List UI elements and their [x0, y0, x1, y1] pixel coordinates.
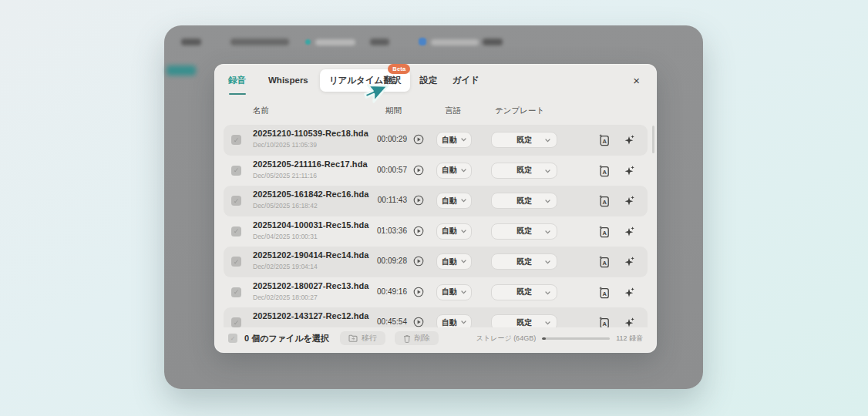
template-dropdown[interactable]: 既定	[491, 284, 557, 300]
row-checkbox[interactable]: ✓	[231, 196, 241, 206]
blurred-teal-dot	[305, 39, 311, 45]
transcript-document-icon[interactable]: A	[598, 316, 611, 327]
recording-filename: 20251210-110539-Rec18.hda	[253, 129, 368, 138]
dialog-footer: ✓ 0 個のファイルを選択 移行 削除 ストレージ (64GB) 112 録音	[214, 327, 657, 353]
transcript-document-icon[interactable]: A	[598, 164, 611, 177]
table-row[interactable]: ✓ 20251204-100031-Rec15.hda Dec/04/2025 …	[224, 216, 648, 247]
ai-sparkle-icon[interactable]	[624, 225, 636, 238]
transcript-document-icon[interactable]: A	[598, 194, 611, 207]
recordings-dialog: 録音 Whispers リアルタイム翻訳 Beta 設定 ガイド × 名前 期間…	[214, 64, 657, 353]
ai-sparkle-icon[interactable]	[624, 164, 636, 177]
language-value: 自動	[442, 226, 457, 237]
transcript-document-icon[interactable]: A	[598, 286, 611, 299]
language-dropdown[interactable]: 自動	[436, 284, 472, 300]
chevron-down-icon	[545, 230, 550, 234]
trash-icon	[403, 334, 411, 343]
ai-sparkle-icon[interactable]	[624, 255, 636, 268]
play-icon[interactable]	[413, 195, 424, 206]
ai-sparkle-icon[interactable]	[624, 286, 636, 299]
svg-text:A: A	[602, 168, 607, 175]
storage-progress-bar	[542, 337, 610, 340]
row-checkbox[interactable]: ✓	[231, 135, 241, 145]
play-icon[interactable]	[413, 317, 424, 327]
chevron-down-icon	[545, 321, 550, 325]
template-value: 既定	[516, 317, 532, 328]
table-row[interactable]: ✓ 20251202-143127-Rec12.hda 00:45:54 自動 …	[224, 307, 648, 327]
template-dropdown[interactable]: 既定	[491, 193, 557, 209]
language-value: 自動	[442, 135, 457, 146]
row-checkbox[interactable]: ✓	[231, 226, 241, 237]
table-row[interactable]: ✓ 20251205-211116-Rec17.hda Dec/05/2025 …	[224, 156, 648, 186]
blurred-toolbar-item	[370, 39, 389, 45]
language-value: 自動	[442, 317, 457, 328]
blurred-toolbar-item	[315, 39, 355, 45]
recording-date: Dec/05/2025 16:18:42	[253, 202, 318, 210]
template-dropdown[interactable]: 既定	[491, 163, 557, 179]
language-dropdown[interactable]: 自動	[436, 193, 472, 209]
language-dropdown[interactable]: 自動	[436, 223, 472, 240]
ai-sparkle-icon[interactable]	[624, 194, 636, 207]
migrate-label: 移行	[362, 334, 377, 342]
scrollbar-thumb[interactable]	[652, 126, 654, 153]
play-icon[interactable]	[413, 134, 424, 145]
recording-duration: 00:00:29	[356, 135, 407, 143]
recording-filename: 20251202-190414-Rec14.hda	[253, 250, 369, 260]
transcript-document-icon[interactable]: A	[598, 133, 611, 146]
language-value: 自動	[442, 196, 457, 206]
template-value: 既定	[516, 226, 532, 237]
language-dropdown[interactable]: 自動	[436, 163, 472, 179]
recording-filename: 20251204-100031-Rec15.hda	[253, 220, 369, 230]
blurred-teal-logo	[167, 65, 196, 75]
transcript-document-icon[interactable]: A	[598, 225, 611, 238]
recording-count-label: 112 録音	[616, 334, 643, 344]
transcript-document-icon[interactable]: A	[598, 255, 611, 268]
recording-date: Dec/05/2025 21:11:16	[253, 172, 317, 179]
play-icon[interactable]	[413, 226, 424, 237]
page-background: 録音 Whispers リアルタイム翻訳 Beta 設定 ガイド × 名前 期間…	[0, 0, 868, 416]
tab-settings[interactable]: 設定	[419, 75, 437, 86]
tab-recordings[interactable]: 録音	[228, 75, 246, 86]
play-icon[interactable]	[413, 256, 424, 267]
recordings-list: ✓ 20251210-110539-Rec18.hda Dec/10/2025 …	[224, 122, 648, 327]
template-value: 既定	[516, 196, 532, 206]
tab-guide[interactable]: ガイド	[452, 75, 479, 86]
chevron-down-icon	[545, 291, 550, 295]
row-checkbox[interactable]: ✓	[231, 257, 241, 267]
table-header: 名前 期間 言語 テンプレート	[224, 102, 648, 118]
language-dropdown[interactable]: 自動	[436, 132, 472, 148]
row-checkbox[interactable]: ✓	[231, 287, 241, 297]
svg-text:A: A	[602, 199, 607, 206]
template-dropdown[interactable]: 既定	[491, 314, 557, 327]
chevron-down-icon	[545, 260, 550, 264]
ai-sparkle-icon[interactable]	[624, 133, 636, 146]
select-all-checkbox[interactable]: ✓	[228, 334, 237, 343]
chevron-down-icon	[461, 290, 466, 294]
language-dropdown[interactable]: 自動	[436, 253, 472, 270]
recording-filename: 20251202-143127-Rec12.hda	[253, 311, 369, 320]
play-icon[interactable]	[413, 165, 424, 176]
delete-button[interactable]: 削除	[395, 331, 439, 345]
template-dropdown[interactable]: 既定	[491, 253, 557, 270]
dialog-tab-bar: 録音 Whispers リアルタイム翻訳 Beta 設定 ガイド ×	[214, 64, 657, 96]
chevron-down-icon	[545, 200, 550, 203]
row-checkbox[interactable]: ✓	[231, 166, 241, 176]
recording-duration: 00:45:54	[356, 317, 407, 326]
tab-whispers[interactable]: Whispers	[268, 75, 308, 85]
migrate-button[interactable]: 移行	[340, 331, 385, 345]
selection-count-label: 0 個のファイルを選択	[244, 333, 329, 344]
table-row[interactable]: ✓ 20251202-180027-Rec13.hda Dec/02/2025 …	[224, 277, 648, 308]
table-row[interactable]: ✓ 20251202-190414-Rec14.hda Dec/02/2025 …	[224, 247, 648, 277]
language-dropdown[interactable]: 自動	[436, 314, 472, 327]
blurred-toolbar-item	[483, 39, 503, 45]
blurred-blue-icon	[419, 38, 426, 45]
ai-sparkle-icon[interactable]	[624, 316, 636, 327]
blurred-toolbar-item	[431, 39, 479, 45]
close-icon[interactable]: ×	[630, 73, 643, 88]
svg-text:A: A	[602, 229, 607, 236]
template-dropdown[interactable]: 既定	[491, 132, 557, 148]
play-icon[interactable]	[413, 287, 424, 297]
language-value: 自動	[442, 257, 457, 267]
table-row[interactable]: ✓ 20251205-161842-Rec16.hda Dec/05/2025 …	[224, 186, 648, 216]
template-dropdown[interactable]: 既定	[491, 223, 557, 240]
table-row[interactable]: ✓ 20251210-110539-Rec18.hda Dec/10/2025 …	[224, 125, 648, 156]
